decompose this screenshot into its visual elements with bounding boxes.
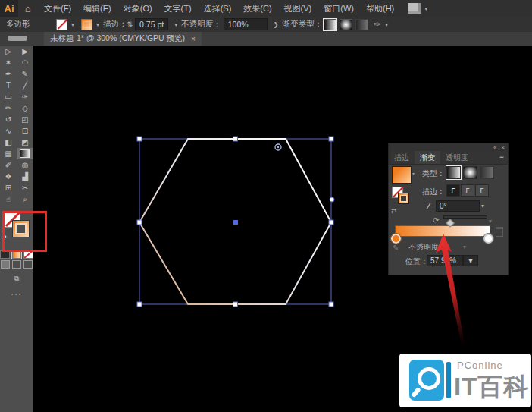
- tab-transparency[interactable]: 透明度: [440, 153, 474, 163]
- gradient-slider[interactable]: [395, 225, 490, 237]
- eyedropper-tool[interactable]: ✐: [0, 159, 17, 171]
- blend-tool[interactable]: ◍: [17, 159, 33, 171]
- stroke-apply-label: 描边：: [422, 187, 445, 197]
- chevron-down-icon: ▾: [489, 218, 492, 225]
- close-icon[interactable]: ×: [191, 35, 196, 43]
- menu-effect[interactable]: 效果(C): [237, 3, 277, 14]
- gradient-stop-start[interactable]: [391, 234, 401, 244]
- screen-mode-button[interactable]: ⧉: [0, 275, 33, 283]
- reverse-gradient-icon[interactable]: ⇄: [391, 207, 397, 215]
- panel-stroke-swatch-gradient[interactable]: [398, 193, 409, 204]
- radial-gradient-button[interactable]: [463, 166, 477, 179]
- stroke-gradient-swatch[interactable]: [81, 19, 92, 30]
- gradient-thumbnail[interactable]: [392, 166, 412, 184]
- gradient-freeform-button: [355, 19, 368, 30]
- position-value[interactable]: 57.99%: [427, 255, 463, 266]
- shape-builder-tool[interactable]: ◧: [0, 137, 17, 148]
- symbol-sprayer-tool[interactable]: ❖: [0, 171, 17, 182]
- edit-toolbar-button[interactable]: ···: [0, 291, 33, 298]
- curvature-tool[interactable]: ✎: [17, 68, 33, 80]
- paintbrush-tool[interactable]: ✑: [17, 91, 33, 102]
- rectangle-tool[interactable]: ▭: [0, 91, 17, 102]
- type-tool[interactable]: T: [0, 80, 17, 91]
- chevron-down-icon: ▾: [463, 244, 466, 250]
- delete-stop-icon: [496, 227, 503, 237]
- stroke-weight-value[interactable]: 0.75 pt: [135, 18, 168, 30]
- angle-icon: ∠: [425, 202, 433, 212]
- watermark-badge: PConline IT百科: [399, 354, 531, 407]
- gradient-tool[interactable]: [17, 148, 33, 159]
- rotate-tool[interactable]: ↺: [0, 114, 17, 125]
- slice-tool[interactable]: ✂: [17, 182, 33, 193]
- document-tab[interactable]: 未标题-1* @ 300% (CMYK/GPU 预览) ×: [44, 32, 202, 46]
- magnifier-icon: [418, 367, 440, 390]
- stroke-across-button[interactable]: Γ: [475, 184, 489, 197]
- close-icon[interactable]: ×: [501, 144, 505, 151]
- selection-tool[interactable]: ▷: [0, 46, 17, 57]
- chevron-down-icon[interactable]: ▾: [481, 203, 484, 209]
- width-tool[interactable]: ∿: [0, 125, 17, 137]
- pen-tool[interactable]: ✒: [0, 68, 17, 80]
- menu-select[interactable]: 选择(S): [198, 3, 238, 14]
- fill-none-swatch[interactable]: [56, 19, 67, 30]
- pencil-tool[interactable]: ✏: [0, 102, 17, 114]
- mesh-tool[interactable]: ▦: [0, 148, 17, 159]
- watermark-brand: PConline: [457, 360, 503, 371]
- document-title: 未标题-1* @ 300% (CMYK/GPU 预览): [50, 33, 185, 44]
- menu-view[interactable]: 视图(V): [278, 3, 318, 14]
- panel-menu-icon[interactable]: ≡: [499, 153, 508, 162]
- artboard-tool[interactable]: ⊞: [0, 182, 17, 193]
- column-graph-tool[interactable]: ▟: [17, 171, 33, 182]
- chevron-down-icon[interactable]: ▾: [412, 171, 415, 176]
- scale-tool[interactable]: ◰: [17, 114, 33, 125]
- menu-help[interactable]: 帮助(H): [360, 3, 400, 14]
- linear-gradient-button[interactable]: [446, 166, 461, 179]
- shaper-tool[interactable]: ◇: [17, 102, 33, 114]
- menu-object[interactable]: 对象(O): [117, 3, 158, 14]
- gradient-tool-icon: [20, 149, 30, 158]
- tab-gradient[interactable]: 渐变: [415, 151, 440, 164]
- tab-stroke[interactable]: 描边: [389, 153, 415, 163]
- zoom-tool[interactable]: ⌕: [17, 193, 33, 205]
- workspace-switcher[interactable]: ▾: [408, 3, 427, 14]
- gradient-radial-button[interactable]: [340, 19, 352, 30]
- document-tab-bar: 未标题-1* @ 300% (CMYK/GPU 预览) ×: [0, 32, 532, 46]
- magnifier-handle: [411, 387, 421, 398]
- brush-definition-icon[interactable]: ✑: [374, 19, 381, 30]
- direct-selection-tool[interactable]: ▶: [17, 46, 33, 57]
- free-transform-tool[interactable]: ⊡: [17, 125, 33, 137]
- angle-value[interactable]: 0°: [436, 200, 480, 212]
- menu-bar: Ai ⌂ 文件(F) 编辑(E) 对象(O) 文字(T) 选择(S) 效果(C)…: [0, 0, 532, 17]
- draw-behind-button[interactable]: [12, 260, 21, 269]
- perspective-grid-tool[interactable]: ◩: [17, 137, 33, 148]
- submenu-arrow-icon[interactable]: ❯: [274, 21, 279, 28]
- chevron-down-icon[interactable]: ▾: [385, 21, 388, 28]
- gradient-linear-button[interactable]: [324, 19, 336, 30]
- menu-type[interactable]: 文字(T): [158, 3, 198, 14]
- draw-inside-button[interactable]: [23, 260, 33, 269]
- opacity-value[interactable]: 100%: [224, 18, 268, 30]
- highlight-rectangle: [2, 211, 47, 252]
- menu-file[interactable]: 文件(F): [38, 3, 77, 14]
- center-point[interactable]: [233, 220, 238, 225]
- panel-header: « ×: [389, 143, 508, 151]
- stroke-along-button[interactable]: Γ: [461, 184, 474, 197]
- home-icon[interactable]: ⌂: [18, 3, 38, 14]
- menu-window[interactable]: 窗口(W): [318, 3, 360, 14]
- chevron-down-icon[interactable]: ▾: [71, 21, 74, 28]
- menu-edit[interactable]: 编辑(E): [77, 3, 117, 14]
- position-label: 位置：: [405, 256, 428, 267]
- stepper-icon[interactable]: ⇅: [127, 20, 133, 28]
- hand-tool[interactable]: ☝: [0, 193, 17, 205]
- polygon-side-widget[interactable]: [330, 197, 334, 202]
- chevron-down-icon[interactable]: ▾: [174, 21, 177, 28]
- collapse-icon[interactable]: «: [493, 144, 496, 151]
- lasso-tool[interactable]: ◠: [17, 57, 33, 68]
- magic-wand-tool[interactable]: ✶: [0, 57, 17, 68]
- stroke-within-button[interactable]: Γ: [446, 184, 460, 197]
- draw-normal-button[interactable]: [1, 260, 10, 269]
- position-dropdown[interactable]: ▾: [463, 255, 478, 266]
- gradient-stop-end[interactable]: [483, 234, 493, 244]
- chevron-down-icon[interactable]: ▾: [96, 21, 99, 28]
- line-segment-tool[interactable]: ╱: [17, 80, 33, 91]
